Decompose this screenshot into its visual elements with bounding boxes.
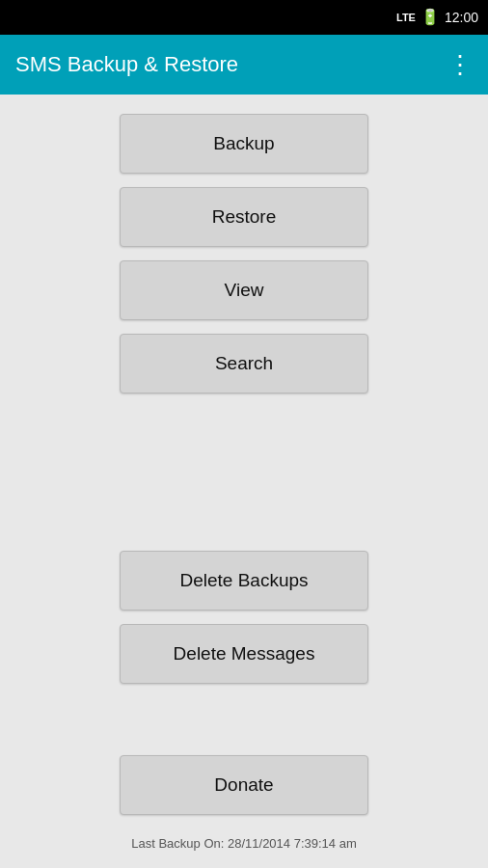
view-button[interactable]: View (120, 260, 368, 320)
delete-messages-button[interactable]: Delete Messages (120, 624, 368, 684)
search-button[interactable]: Search (120, 334, 368, 393)
main-content: Backup Restore View Search Delete Backup… (0, 95, 488, 868)
backup-button[interactable]: Backup (120, 114, 368, 174)
more-options-icon[interactable]: ⋮ (447, 50, 473, 80)
app-bar: SMS Backup & Restore ⋮ (0, 35, 488, 95)
delete-backups-button[interactable]: Delete Backups (120, 551, 368, 610)
battery-icon: 🔋 (420, 10, 440, 25)
status-bar-right: LTE 🔋 12:00 (396, 10, 478, 25)
status-bar: LTE 🔋 12:00 (0, 0, 488, 35)
app-title: SMS Backup & Restore (15, 52, 238, 77)
last-backup-label: Last Backup On: 28/11/2014 7:39:14 am (131, 836, 356, 851)
lte-icon: LTE (396, 13, 416, 23)
restore-button[interactable]: Restore (120, 187, 368, 247)
donate-button[interactable]: Donate (120, 755, 368, 815)
time-display: 12:00 (445, 10, 478, 25)
bottom-section: Delete Backups Delete Messages Donate La… (0, 551, 488, 858)
